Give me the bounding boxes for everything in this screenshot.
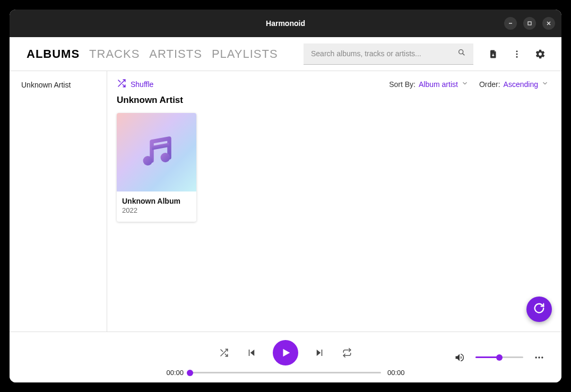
order-dropdown[interactable]: Order: Ascending — [479, 80, 549, 89]
svg-marker-14 — [283, 349, 290, 357]
svg-point-10 — [161, 153, 170, 162]
play-button[interactable] — [273, 340, 298, 365]
window-title: Harmonoid — [266, 19, 305, 28]
sort-by-label: Sort By: — [389, 80, 416, 89]
progress-thumb[interactable] — [187, 370, 193, 376]
sort-by-value: Album artist — [419, 80, 458, 89]
search-icon — [457, 48, 466, 59]
svg-rect-13 — [249, 350, 250, 356]
album-title: Unknown Album — [122, 197, 191, 205]
next-track-button[interactable] — [313, 346, 326, 359]
svg-line-5 — [463, 54, 465, 56]
previous-track-button[interactable] — [245, 346, 258, 359]
close-button[interactable] — [542, 17, 555, 30]
svg-point-9 — [143, 156, 153, 165]
minimize-button[interactable] — [504, 17, 517, 30]
tab-albums[interactable]: ALBUMS — [27, 47, 80, 61]
player-shuffle-button[interactable] — [218, 346, 230, 359]
volume-slider[interactable] — [475, 356, 523, 358]
order-label: Order: — [479, 80, 500, 89]
svg-point-7 — [516, 53, 518, 55]
search-box[interactable] — [304, 43, 473, 65]
player-bar: 00:00 00:00 — [10, 332, 561, 382]
svg-rect-1 — [528, 22, 531, 25]
search-input[interactable] — [311, 49, 452, 58]
chevron-down-icon — [541, 80, 549, 89]
sidebar-item-artist[interactable]: Unknown Artist — [21, 81, 107, 89]
import-file-icon[interactable] — [488, 49, 499, 59]
time-elapsed: 00:00 — [166, 369, 184, 377]
volume-thumb[interactable] — [496, 354, 503, 361]
svg-point-17 — [535, 356, 537, 358]
svg-point-19 — [541, 356, 543, 358]
tab-playlists[interactable]: PLAYLISTS — [212, 47, 278, 61]
section-title: Unknown Artist — [117, 95, 549, 106]
repeat-button[interactable] — [341, 346, 353, 359]
shuffle-button[interactable]: Shuffle — [117, 79, 153, 90]
sidebar: Unknown Artist — [10, 71, 107, 332]
svg-point-8 — [516, 56, 518, 57]
progress-slider[interactable] — [190, 372, 381, 373]
order-value: Ascending — [504, 80, 538, 89]
music-note-icon — [137, 132, 176, 172]
settings-icon[interactable] — [535, 49, 546, 59]
svg-rect-16 — [322, 350, 323, 356]
time-total: 00:00 — [387, 369, 405, 377]
svg-point-4 — [459, 50, 463, 54]
tab-tracks[interactable]: TRACKS — [89, 47, 140, 61]
more-vertical-icon[interactable] — [512, 49, 522, 59]
main-content: Shuffle Sort By: Album artist Order: Asc… — [107, 71, 561, 332]
refresh-fab[interactable] — [526, 297, 552, 322]
titlebar: Harmonoid — [10, 10, 561, 37]
sort-by-dropdown[interactable]: Sort By: Album artist — [389, 80, 469, 89]
chevron-down-icon — [461, 80, 469, 89]
volume-icon[interactable] — [453, 351, 466, 364]
album-card[interactable]: Unknown Album 2022 — [117, 113, 196, 222]
toolbar: ALBUMS TRACKS ARTISTS PLAYLISTS — [10, 37, 561, 71]
shuffle-label: Shuffle — [131, 80, 153, 89]
album-art — [117, 113, 196, 191]
refresh-icon — [533, 302, 545, 316]
shuffle-icon — [117, 79, 126, 90]
svg-marker-15 — [317, 350, 321, 356]
album-year: 2022 — [122, 206, 191, 214]
svg-marker-12 — [250, 350, 255, 356]
maximize-button[interactable] — [523, 17, 536, 30]
svg-point-6 — [516, 50, 518, 52]
more-horizontal-icon[interactable] — [533, 351, 546, 364]
svg-point-18 — [538, 356, 540, 358]
svg-line-11 — [152, 145, 169, 148]
tab-artists[interactable]: ARTISTS — [149, 47, 202, 61]
